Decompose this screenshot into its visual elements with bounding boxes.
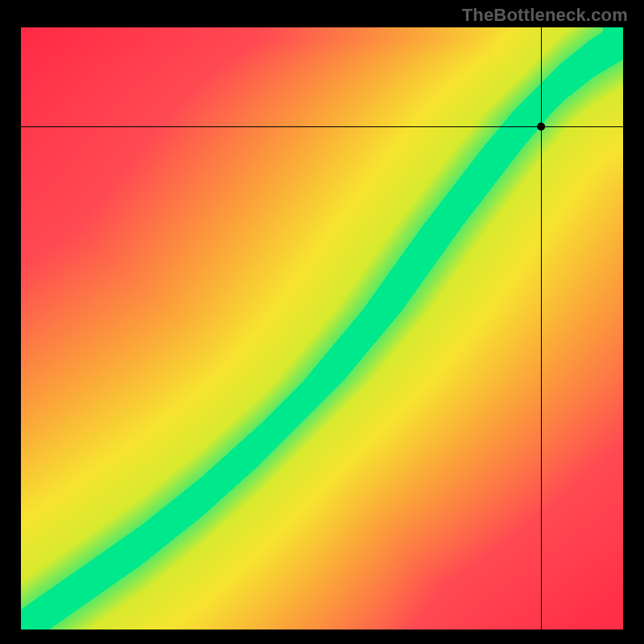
bottleneck-heatmap [21, 27, 623, 630]
chart-frame: TheBottleneck.com [0, 0, 644, 644]
watermark-text: TheBottleneck.com [462, 5, 628, 26]
